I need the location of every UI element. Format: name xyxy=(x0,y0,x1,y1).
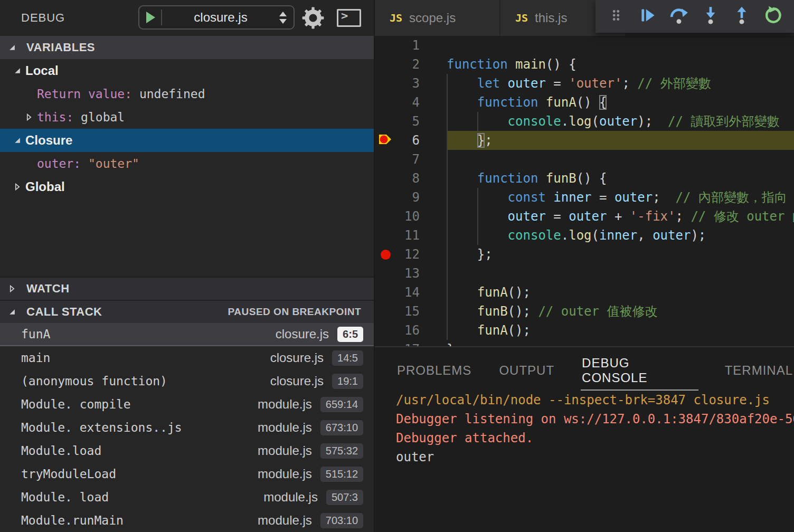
code-text[interactable]: function funA() { xyxy=(447,93,794,112)
code-text[interactable]: function main() { xyxy=(447,55,794,74)
code-text[interactable]: let outer = 'outer'; // 外部變數 xyxy=(447,74,794,93)
code-line[interactable]: 14 funA(); xyxy=(375,283,794,302)
step-out-button[interactable] xyxy=(731,6,752,27)
code-token xyxy=(538,95,545,110)
breakpoint-gutter[interactable] xyxy=(375,93,396,112)
twistie-expanded-icon[interactable] xyxy=(8,44,20,51)
breakpoint-gutter[interactable] xyxy=(375,188,396,207)
breakpoint-gutter[interactable] xyxy=(375,302,396,321)
stack-frame-row[interactable]: (anonymous function)closure.js19:1 xyxy=(0,369,374,393)
step-over-button[interactable] xyxy=(668,6,689,27)
step-into-button[interactable] xyxy=(700,6,721,27)
restart-button[interactable] xyxy=(763,6,784,27)
stack-frame-name: Module._extensions..js xyxy=(21,421,258,434)
configure-gear-button[interactable] xyxy=(302,7,324,29)
code-line[interactable]: 3 let outer = 'outer'; // 外部變數 xyxy=(375,74,794,93)
stack-frame-row[interactable]: Module._compilemodule.js659:14 xyxy=(0,393,374,416)
code-line[interactable]: 2function main() { xyxy=(375,55,794,74)
stack-frame-row[interactable]: mainclosure.js14:5 xyxy=(0,346,374,369)
panel-tab-output[interactable]: OUTPUT xyxy=(498,355,555,383)
breakpoint-gutter[interactable] xyxy=(375,36,396,55)
twistie-collapsed-icon[interactable] xyxy=(14,183,25,191)
code-line[interactable]: 1 xyxy=(375,36,794,55)
panel-tab-problems[interactable]: PROBLEMS xyxy=(396,355,472,383)
variable-row[interactable]: Return value: undefined xyxy=(0,82,374,106)
code-line[interactable]: 5 console.log(outer); // 讀取到外部變數 xyxy=(375,112,794,131)
code-line[interactable]: 6 }; xyxy=(375,131,794,150)
code-line[interactable]: 15 funB(); // outer 值被修改 xyxy=(375,302,794,321)
breakpoint-gutter[interactable] xyxy=(375,169,396,188)
twistie-expanded-icon[interactable] xyxy=(14,137,25,144)
code-line[interactable]: 7 xyxy=(375,150,794,169)
twistie-expanded-icon[interactable] xyxy=(8,308,20,316)
code-text[interactable] xyxy=(447,150,794,169)
code-line[interactable]: 8 function funB() { xyxy=(375,169,794,188)
twistie-collapsed-icon[interactable] xyxy=(25,113,37,121)
code-text[interactable]: }; xyxy=(447,131,794,150)
variable-row[interactable]: Global xyxy=(0,175,374,198)
code-line[interactable]: 10 outer = outer + '-fix'; // 修改 outer 的… xyxy=(375,207,794,226)
variables-section-header[interactable]: VARIABLES xyxy=(0,36,374,59)
code-text[interactable]: function funB() { xyxy=(447,169,794,188)
open-debug-console-button[interactable]: > xyxy=(337,9,361,27)
code-line[interactable]: 16 funA(); xyxy=(375,321,794,340)
watch-section-header[interactable]: WATCH xyxy=(0,277,374,300)
variable-row[interactable]: this: global xyxy=(0,106,374,129)
breakpoint-gutter[interactable] xyxy=(375,55,396,74)
code-line[interactable]: 13 xyxy=(375,264,794,283)
debug-console-output[interactable]: /usr/local/bin/node --inspect-brk=3847 c… xyxy=(375,391,794,467)
start-debug-icon[interactable] xyxy=(146,12,155,23)
callstack-section-header[interactable]: CALL STACK PAUSED ON BREAKPOINT xyxy=(0,300,374,323)
stack-frame-row[interactable]: tryModuleLoadmodule.js515:12 xyxy=(0,462,374,486)
code-text[interactable]: }; xyxy=(447,245,794,264)
code-text[interactable]: funA(); xyxy=(447,321,794,340)
variable-row[interactable]: Closure xyxy=(0,129,374,152)
stack-frame-row[interactable]: Module._loadmodule.js507:3 xyxy=(0,486,374,509)
breakpoint-gutter[interactable] xyxy=(375,340,396,346)
drag-grip-button[interactable] xyxy=(606,6,627,27)
code-text[interactable]: funA(); xyxy=(447,283,794,302)
code-line[interactable]: 12 }; xyxy=(375,245,794,264)
variable-row[interactable]: outer: "outer" xyxy=(0,152,374,175)
panel-tab-terminal[interactable]: TERMINAL xyxy=(724,355,794,383)
stack-frame-row[interactable]: Module._extensions..jsmodule.js673:10 xyxy=(0,416,374,439)
code-text[interactable]: } xyxy=(447,340,794,346)
breakpoint-gutter[interactable] xyxy=(375,207,396,226)
stack-frame-row[interactable]: Module.loadmodule.js575:32 xyxy=(0,439,374,462)
variable-text: Return value: xyxy=(37,87,139,101)
stack-frame-row[interactable]: Module.runMainmodule.js703:10 xyxy=(0,509,374,532)
breakpoint-gutter[interactable] xyxy=(375,245,396,264)
breakpoint-gutter[interactable] xyxy=(375,74,396,93)
twistie-collapsed-icon[interactable] xyxy=(8,285,20,292)
code-token: '-fix' xyxy=(630,209,676,224)
launch-config-select[interactable]: closure.js xyxy=(138,5,295,30)
code-token xyxy=(508,57,515,72)
breakpoint-gutter[interactable] xyxy=(375,112,396,131)
stack-frame-position-badge: 673:10 xyxy=(320,420,363,435)
breakpoint-gutter[interactable] xyxy=(375,321,396,340)
code-text[interactable]: const inner = outer; // 內部變數，指向 outer xyxy=(447,188,794,207)
code-line[interactable]: 17} xyxy=(375,340,794,346)
code-line[interactable]: 9 const inner = outer; // 內部變數，指向 outer xyxy=(375,188,794,207)
panel-tab-debug-console[interactable]: DEBUG CONSOLE xyxy=(581,347,698,391)
code-text[interactable] xyxy=(447,36,794,55)
code-text[interactable] xyxy=(447,264,794,283)
breakpoint-gutter[interactable] xyxy=(375,150,396,169)
code-line[interactable]: 4 function funA() { xyxy=(375,93,794,112)
breakpoint-gutter[interactable] xyxy=(375,264,396,283)
code-text[interactable]: console.log(outer); // 讀取到外部變數 xyxy=(447,112,794,131)
breakpoint-gutter[interactable] xyxy=(375,283,396,302)
select-spinner-icon[interactable] xyxy=(279,12,287,24)
breakpoint-gutter[interactable] xyxy=(375,226,396,245)
code-text[interactable]: console.log(inner, outer); xyxy=(447,226,794,245)
code-text[interactable]: funB(); // outer 值被修改 xyxy=(447,302,794,321)
continue-button[interactable] xyxy=(637,6,658,27)
code-line[interactable]: 11 console.log(inner, outer); xyxy=(375,226,794,245)
twistie-expanded-icon[interactable] xyxy=(14,67,25,74)
stack-frame-row[interactable]: funAclosure.js6:5 xyxy=(0,323,374,346)
code-editor[interactable]: 12function main() {3 let outer = 'outer'… xyxy=(375,36,794,346)
code-text[interactable]: outer = outer + '-fix'; // 修改 outer 的值 xyxy=(447,207,794,226)
breakpoint-gutter[interactable] xyxy=(375,131,396,150)
editor-tab-scope-js[interactable]: JSscope.js xyxy=(375,0,500,36)
variable-row[interactable]: Local xyxy=(0,59,374,82)
